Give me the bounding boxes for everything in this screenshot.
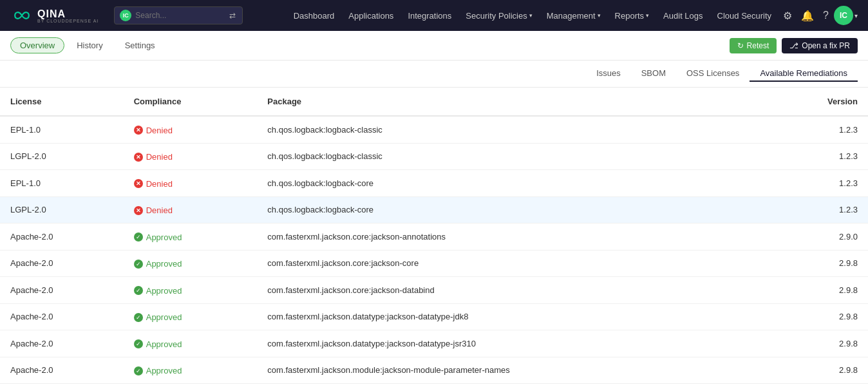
cell-license: LGPL-2.0 — [0, 196, 124, 223]
settings-icon[interactable]: ⚙ — [779, 6, 796, 26]
search-box[interactable]: IC ⇄ — [114, 6, 243, 24]
cell-version: 2.9.8 — [769, 277, 868, 304]
search-input[interactable] — [135, 11, 225, 20]
cell-package: com.fasterxml.jackson.core:jackson-annot… — [257, 223, 769, 251]
action-buttons: ↻ Retest ⎇ Open a fix PR — [730, 38, 858, 53]
cell-version: 2.9.8 — [769, 303, 868, 330]
col-compliance: Compliance — [124, 88, 258, 116]
tab-overview[interactable]: Overview — [10, 37, 64, 53]
cell-compliance: ✕Denied — [124, 143, 258, 170]
search-indicator: IC — [120, 10, 131, 21]
compliance-icon: ✕ — [134, 179, 143, 188]
tabs-row: Overview History Settings ↻ Retest ⎇ Ope… — [0, 31, 868, 61]
cell-version: 1.2.3 — [769, 196, 868, 223]
tab-settings[interactable]: Settings — [115, 37, 165, 53]
chevron-down-icon: ▾ — [646, 12, 649, 19]
table-header-row: License Compliance Package Version — [0, 88, 868, 116]
bell-icon[interactable]: 🔔 — [797, 6, 818, 26]
sub-nav-oss-licenses[interactable]: OSS Licenses — [676, 66, 750, 82]
table-row: Apache-2.0✓Approvedcom.fasterxml.jackson… — [0, 330, 868, 357]
tab-history[interactable]: History — [67, 37, 112, 53]
sub-nav-issues[interactable]: Issues — [586, 66, 631, 82]
cell-license: Apache-2.0 — [0, 330, 124, 357]
cell-license: LGPL-2.0 — [0, 143, 124, 170]
cell-compliance: ✓Approved — [124, 357, 258, 384]
cell-version: 2.9.8 — [769, 357, 868, 384]
compliance-icon: ✕ — [134, 206, 143, 215]
brand-subtitle: BY CLOUDDEPENSE AI — [37, 19, 99, 23]
cell-version: 1.2.3 — [769, 116, 868, 143]
col-license: License — [0, 88, 124, 116]
cell-package: ch.qos.logback:logback-core — [257, 196, 769, 223]
compliance-badge: ✓Approved — [134, 339, 182, 349]
open-fix-pr-button[interactable]: ⎇ Open a fix PR — [782, 38, 858, 53]
chevron-down-icon: ▾ — [529, 12, 533, 19]
pr-icon: ⎇ — [789, 41, 798, 50]
table-row: Apache-2.0✓Approvedcom.fasterxml.jackson… — [0, 250, 868, 277]
cell-version: 1.2.3 — [769, 143, 868, 170]
compliance-badge: ✓Approved — [134, 232, 182, 242]
col-package: Package — [257, 88, 769, 116]
compliance-badge: ✓Approved — [134, 286, 182, 296]
avatar[interactable]: IC — [834, 6, 853, 25]
compliance-badge: ✓Approved — [134, 259, 182, 269]
cell-package: ch.qos.logback:logback-classic — [257, 143, 769, 170]
compliance-icon: ✓ — [134, 339, 143, 348]
compliance-icon: ✕ — [134, 126, 143, 135]
cell-package: com.fasterxml.jackson.core:jackson-datab… — [257, 277, 769, 304]
cell-license: Apache-2.0 — [0, 277, 124, 304]
compliance-badge: ✓Approved — [134, 312, 182, 322]
cell-compliance: ✕Denied — [124, 170, 258, 197]
nav-cloud-security[interactable]: Cloud Security — [711, 7, 778, 24]
nav-audit-logs[interactable]: Audit Logs — [657, 7, 709, 24]
retest-button[interactable]: ↻ Retest — [730, 38, 777, 53]
cell-compliance: ✕Denied — [124, 116, 258, 143]
table-row: LGPL-2.0✕Deniedch.qos.logback:logback-cl… — [0, 143, 868, 170]
brand-logo-icon — [10, 6, 33, 24]
cell-package: com.fasterxml.jackson.datatype:jackson-d… — [257, 330, 769, 357]
cell-version: 2.9.8 — [769, 250, 868, 277]
table-container: License Compliance Package Version EPL-1… — [0, 88, 868, 384]
swap-icon[interactable]: ⇄ — [229, 11, 236, 20]
sub-nav-available-remediations[interactable]: Available Remediations — [750, 66, 858, 82]
nav-applications[interactable]: Applications — [342, 7, 400, 24]
cell-version: 2.9.8 — [769, 330, 868, 357]
cell-license: Apache-2.0 — [0, 357, 124, 384]
cell-compliance: ✓Approved — [124, 303, 258, 330]
table-row: Apache-2.0✓Approvedcom.fasterxml.jackson… — [0, 357, 868, 384]
table-row: Apache-2.0✓Approvedcom.fasterxml.jackson… — [0, 277, 868, 304]
nav-security-policies[interactable]: Security Policies ▾ — [459, 7, 538, 24]
navbar: QINA BY CLOUDDEPENSE AI IC ⇄ Dashboard A… — [0, 0, 868, 31]
account-chevron-icon[interactable]: ▾ — [854, 12, 858, 19]
compliance-badge: ✕Denied — [134, 205, 173, 215]
table-row: EPL-1.0✕Deniedch.qos.logback:logback-cor… — [0, 170, 868, 197]
nav-management[interactable]: Management ▾ — [540, 7, 607, 24]
sub-nav: Issues SBOM OSS Licenses Available Remed… — [0, 61, 868, 88]
compliance-badge: ✕Denied — [134, 152, 173, 162]
cell-package: ch.qos.logback:logback-classic — [257, 116, 769, 143]
refresh-icon: ↻ — [737, 41, 744, 50]
cell-compliance: ✓Approved — [124, 250, 258, 277]
nav-dashboard[interactable]: Dashboard — [287, 7, 341, 24]
cell-package: com.fasterxml.jackson.module:jackson-mod… — [257, 357, 769, 384]
table-row: Apache-2.0✓Approvedcom.fasterxml.jackson… — [0, 303, 868, 330]
help-icon[interactable]: ? — [819, 6, 833, 25]
cell-compliance: ✓Approved — [124, 223, 258, 251]
compliance-badge: ✕Denied — [134, 126, 173, 135]
compliance-badge: ✓Approved — [134, 366, 182, 375]
table-row: LGPL-2.0✕Deniedch.qos.logback:logback-co… — [0, 196, 868, 223]
nav-reports[interactable]: Reports ▾ — [609, 7, 656, 24]
compliance-icon: ✕ — [134, 153, 143, 162]
chevron-down-icon: ▾ — [598, 12, 601, 19]
licenses-table: License Compliance Package Version EPL-1… — [0, 88, 868, 384]
cell-license: Apache-2.0 — [0, 303, 124, 330]
cell-compliance: ✓Approved — [124, 330, 258, 357]
col-version: Version — [769, 88, 868, 116]
sub-nav-sbom[interactable]: SBOM — [631, 66, 676, 82]
table-row: EPL-1.0✕Deniedch.qos.logback:logback-cla… — [0, 116, 868, 143]
cell-compliance: ✓Approved — [124, 277, 258, 304]
main-content: Overview History Settings ↻ Retest ⎇ Ope… — [0, 31, 868, 389]
compliance-badge: ✕Denied — [134, 179, 173, 189]
nav-integrations[interactable]: Integrations — [401, 7, 458, 24]
compliance-icon: ✓ — [134, 313, 143, 322]
